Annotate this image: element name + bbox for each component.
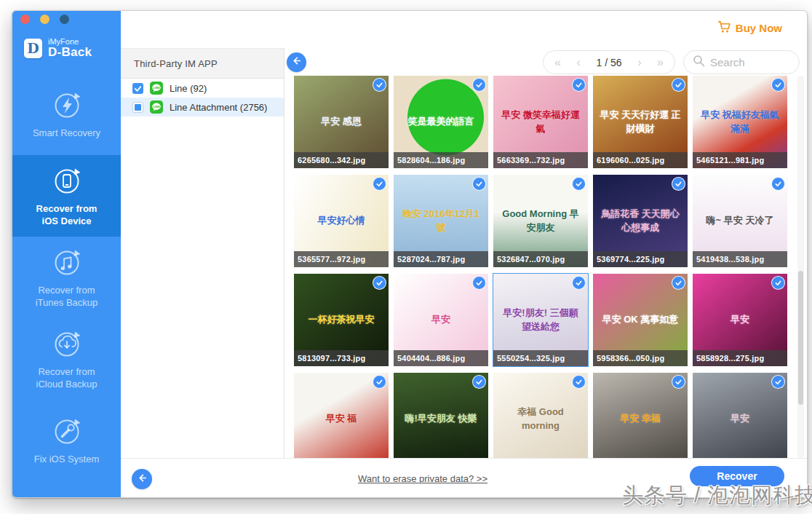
search-input[interactable] bbox=[710, 56, 790, 68]
check-badge-icon[interactable] bbox=[672, 375, 685, 389]
check-badge-icon[interactable] bbox=[572, 276, 586, 290]
sidebar-item-recover-from-itunes-backup[interactable]: Recover from iTunes Backup bbox=[12, 237, 121, 318]
photo-thumbnail[interactable]: 嗨~ 早安 天冷了5419438...538.jpg bbox=[693, 175, 787, 267]
thumbnail-filename: 5287024...787.jpg bbox=[394, 251, 488, 267]
category-label: Line (92) bbox=[170, 83, 207, 94]
erase-private-data-link[interactable]: Want to erase private data? >> bbox=[339, 473, 506, 484]
thumbnail-filename: 5858928...275.jpg bbox=[693, 350, 787, 366]
photo-thumbnail[interactable]: 晚安 2016年12月1號5287024...787.jpg bbox=[394, 175, 488, 267]
check-badge-icon[interactable] bbox=[771, 276, 785, 290]
icloud-backup-icon bbox=[50, 328, 84, 361]
checkbox-checked[interactable] bbox=[132, 83, 143, 94]
check-badge-icon[interactable] bbox=[472, 177, 486, 191]
arrow-left-icon bbox=[291, 55, 302, 69]
sidebar: D iMyFone D-Back Smart RecoveryRecover f… bbox=[12, 11, 121, 498]
thumbnail-filename: 5365577...972.jpg bbox=[294, 251, 389, 267]
check-badge-icon[interactable] bbox=[672, 78, 685, 92]
photo-thumbnail[interactable]: 早安 祝福好友福氣滿滿5465121...981.jpg bbox=[693, 76, 787, 168]
fix-system-icon bbox=[50, 415, 84, 448]
sidebar-item-label: Recover from iOS Device bbox=[36, 203, 97, 228]
photo-thumbnail[interactable]: 嗨!早安朋友 快樂 bbox=[394, 373, 488, 458]
check-badge-icon[interactable] bbox=[771, 375, 785, 389]
check-badge-icon[interactable] bbox=[373, 177, 386, 191]
category-row[interactable]: LINELine (92) bbox=[121, 79, 284, 98]
back-button-top[interactable] bbox=[287, 52, 306, 72]
sidebar-item-smart-recovery[interactable]: Smart Recovery bbox=[12, 74, 121, 155]
thumbnail-caption: 笑是最美的語言 bbox=[408, 115, 474, 129]
scrollbar-thumb[interactable] bbox=[798, 271, 803, 405]
photo-thumbnail[interactable]: 幸福 Good morning bbox=[493, 373, 588, 458]
ios-device-icon bbox=[50, 165, 84, 198]
sidebar-item-fix-ios-system[interactable]: Fix iOS System bbox=[12, 400, 121, 481]
grid-scrollbar[interactable] bbox=[797, 76, 804, 458]
itunes-backup-icon bbox=[50, 246, 84, 280]
check-badge-icon[interactable] bbox=[672, 276, 685, 290]
thumbnail-caption: 早安 bbox=[431, 313, 450, 327]
photo-thumbnail[interactable]: 早安 感恩6265680...342.jpg bbox=[294, 76, 389, 168]
buy-now-button[interactable]: Buy Now bbox=[717, 20, 782, 36]
thumbnail-filename: 5828604...186.jpg bbox=[394, 152, 488, 168]
check-badge-icon[interactable] bbox=[472, 276, 486, 290]
photo-thumbnail[interactable]: Good Morning 早安朋友5326847...070.jpg bbox=[493, 175, 588, 267]
photo-thumbnail[interactable]: 早安好心情5365577...972.jpg bbox=[294, 175, 389, 267]
check-badge-icon[interactable] bbox=[472, 375, 486, 389]
next-page-button[interactable]: › bbox=[637, 57, 641, 68]
photo-thumbnail[interactable]: 早安 幸福 bbox=[593, 373, 688, 458]
photo-thumbnail[interactable]: 一杯好茶祝早安5813097...733.jpg bbox=[294, 274, 389, 366]
thumbnail-caption: 晚安 2016年12月1號 bbox=[399, 207, 482, 235]
check-badge-icon[interactable] bbox=[373, 276, 386, 290]
check-badge-icon[interactable] bbox=[373, 375, 386, 389]
photo-thumbnail[interactable]: 早安 天天行好運 正財橫財6196060...025.jpg bbox=[593, 76, 688, 168]
check-badge-icon[interactable] bbox=[572, 177, 586, 191]
last-page-button[interactable]: » bbox=[657, 57, 664, 68]
photo-thumbnail[interactable]: 早安 微笑幸福好運氣5663369...732.jpg bbox=[493, 76, 588, 168]
category-panel: Third-Party IM APP LINELine (92)LINELine… bbox=[121, 48, 284, 458]
minimize-window-button[interactable] bbox=[40, 15, 49, 24]
sidebar-item-label: Recover from iTunes Backup bbox=[36, 285, 98, 309]
photo-thumbnail[interactable]: 笑是最美的語言5828604...186.jpg bbox=[394, 76, 488, 168]
thumbnail-filename: 5958366...050.jpg bbox=[593, 350, 688, 366]
photo-thumbnail[interactable]: 鳥語花香 天天開心 心想事成5369774...225.jpg bbox=[593, 175, 688, 267]
photo-thumbnail[interactable]: 早安!朋友! 三個願望送給您5550254...325.jpg bbox=[493, 274, 588, 366]
photo-thumbnail[interactable]: 早安 OK 萬事如意5958366...050.jpg bbox=[593, 274, 688, 366]
close-window-button[interactable] bbox=[20, 15, 30, 24]
thumbnail-filename: 5404404...886.jpg bbox=[394, 350, 488, 366]
panel-header: Third-Party IM APP bbox=[121, 48, 284, 79]
thumbnail-caption: Good Morning 早安朋友 bbox=[499, 207, 582, 235]
line-app-icon: LINE bbox=[150, 100, 163, 114]
sidebar-item-recover-from-ios-device[interactable]: Recover from iOS Device bbox=[12, 155, 121, 237]
checkbox-indeterminate[interactable] bbox=[132, 102, 143, 113]
sidebar-item-label: Smart Recovery bbox=[33, 127, 100, 140]
thumbnail-caption: 早安!朋友! 三個願望送給您 bbox=[499, 307, 582, 334]
first-page-button[interactable]: « bbox=[554, 57, 561, 68]
check-badge-icon[interactable] bbox=[572, 375, 586, 389]
thumbnail-filename: 5465121...981.jpg bbox=[693, 152, 787, 168]
photo-thumbnail[interactable]: 早安5858928...275.jpg bbox=[693, 274, 787, 366]
thumbnail-filename: 5813097...733.jpg bbox=[294, 350, 389, 366]
photo-thumbnail[interactable]: 早安5404404...886.jpg bbox=[394, 274, 488, 366]
check-badge-icon[interactable] bbox=[572, 78, 586, 92]
thumbnail-caption: 早安 祝福好友福氣滿滿 bbox=[698, 108, 781, 136]
thumbnail-caption: 一杯好茶祝早安 bbox=[309, 313, 375, 327]
app-logo: D iMyFone D-Back bbox=[24, 37, 92, 60]
thumbnail-caption: 鳥語花香 天天開心 心想事成 bbox=[599, 207, 682, 235]
photo-thumbnail[interactable]: 早安 福 bbox=[294, 373, 389, 458]
thumbnail-caption: 早安 感恩 bbox=[321, 115, 362, 129]
brand-product: D-Back bbox=[48, 46, 92, 60]
smart-recovery-icon bbox=[50, 89, 84, 122]
back-button-bottom[interactable] bbox=[132, 469, 152, 489]
category-row[interactable]: LINELine Attachment (2756) bbox=[121, 98, 284, 116]
check-badge-icon[interactable] bbox=[771, 177, 785, 191]
prev-page-button[interactable]: ‹ bbox=[577, 57, 581, 68]
check-badge-icon[interactable] bbox=[472, 78, 486, 92]
thumbnail-caption: 早安 幸福 bbox=[620, 412, 661, 426]
check-badge-icon[interactable] bbox=[373, 78, 386, 92]
sidebar-item-recover-from-icloud-backup[interactable]: Recover from iCloud Backup bbox=[12, 318, 121, 400]
zoom-window-button[interactable] bbox=[60, 15, 69, 24]
check-badge-icon[interactable] bbox=[672, 177, 685, 191]
thumbnail-caption: 幸福 Good morning bbox=[499, 406, 582, 433]
photo-thumbnail[interactable]: 早安 bbox=[693, 373, 787, 458]
sidebar-item-label: Recover from iCloud Backup bbox=[36, 366, 97, 391]
thumbnail-filename: 5326847...070.jpg bbox=[493, 251, 588, 267]
check-badge-icon[interactable] bbox=[771, 78, 785, 92]
